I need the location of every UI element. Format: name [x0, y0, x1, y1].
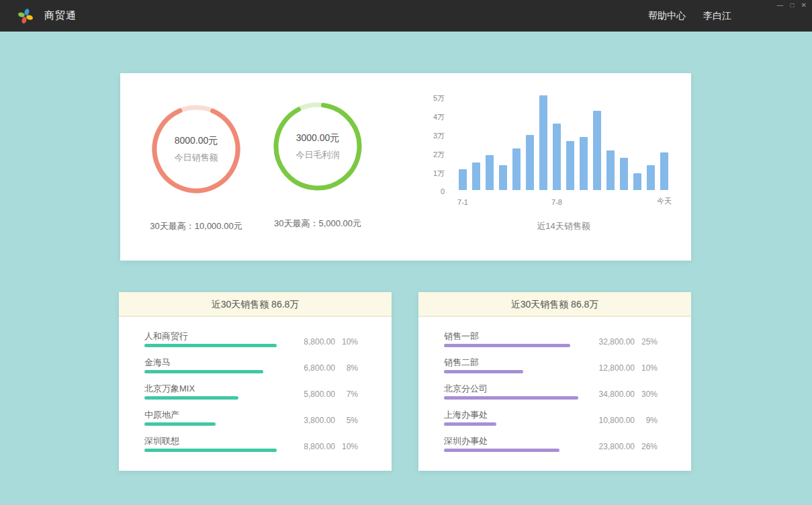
sales-bar — [512, 148, 521, 190]
row-amount: 3,800.00 — [292, 416, 335, 425]
sales-bar — [660, 152, 668, 190]
row-percent: 8% — [335, 363, 358, 373]
donut-label: 今日毛利润 — [296, 149, 340, 161]
row-name: 上海办事处 — [444, 409, 488, 421]
y-axis-tick: 1万 — [411, 169, 445, 179]
progress-bar — [444, 370, 523, 373]
row-percent: 10% — [335, 337, 358, 347]
department-row: 销售二部12,800.0010% — [444, 352, 658, 378]
bar-column — [633, 95, 641, 190]
department-sales-panel: 近30天销售额 86.8万 销售一部32,800.0025%销售二部12,800… — [418, 292, 691, 471]
sales-bar — [553, 124, 561, 190]
chart-y-axis: 5万4万3万2万1万0 — [411, 93, 445, 195]
row-percent: 5% — [335, 416, 358, 425]
row-name: 中原地产 — [144, 409, 179, 421]
bar-column — [593, 95, 601, 190]
row-value: 23,800.0026% — [592, 442, 658, 451]
department-row: 北京分公司34,800.0030% — [444, 378, 658, 404]
sales-bar — [486, 155, 494, 190]
x-axis-label: 今天 — [657, 196, 672, 206]
sales-bar — [580, 137, 588, 190]
minimize-button[interactable]: — — [777, 1, 784, 9]
row-name: 销售二部 — [444, 357, 479, 369]
row-percent: 10% — [335, 442, 358, 451]
bar-column — [539, 95, 547, 190]
maximize-button[interactable]: □ — [791, 1, 795, 9]
row-value: 8,800.0010% — [292, 442, 358, 451]
sales-bar — [499, 165, 507, 190]
donut-ring: 3000.00元今日毛利润 — [271, 99, 365, 193]
row-name: 深圳联想 — [144, 435, 179, 447]
row-percent: 10% — [635, 363, 658, 373]
row-value: 5,800.007% — [292, 389, 358, 399]
customer-row: 中原地产3,800.005% — [144, 404, 358, 430]
progress-bar — [144, 370, 263, 373]
sales-bar — [566, 141, 574, 190]
bar-column — [580, 95, 588, 190]
department-panel-title: 近30天销售额 86.8万 — [418, 292, 691, 317]
y-axis-tick: 5万 — [411, 93, 445, 103]
row-name: 金海马 — [144, 357, 171, 369]
row-percent: 25% — [635, 337, 658, 347]
today-profit-donut: 3000.00元今日毛利润30天最高：5,000.00元 — [244, 99, 392, 230]
donut-value: 3000.00元 — [296, 132, 340, 144]
customer-sales-panel: 近30天销售额 86.8万 人和商贸行8,800.0010%金海马6,800.0… — [119, 292, 392, 471]
row-percent: 26% — [635, 442, 658, 451]
row-value: 10,800.009% — [592, 416, 658, 425]
y-axis-tick: 0 — [411, 187, 445, 195]
row-amount: 12,800.00 — [592, 363, 635, 373]
sales-bar — [539, 95, 547, 190]
y-axis-tick: 4万 — [411, 112, 445, 122]
bar-column — [606, 95, 615, 190]
progress-bar — [444, 344, 570, 347]
sales-trend-chart: 7-17-8今天 — [459, 95, 668, 190]
row-value: 34,800.0030% — [592, 389, 658, 399]
row-amount: 32,800.00 — [592, 337, 635, 347]
bar-column: 7-8 — [553, 95, 561, 190]
row-amount: 34,800.00 — [592, 389, 635, 399]
chart-bars: 7-17-8今天 — [459, 95, 668, 190]
bar-column — [526, 95, 534, 190]
app-title: 商贸通 — [44, 9, 77, 22]
bar-column — [472, 95, 480, 190]
row-value: 12,800.0010% — [592, 363, 658, 373]
row-percent: 9% — [635, 416, 658, 425]
close-button[interactable]: ✕ — [801, 1, 807, 9]
donut-ring: 8000.00元今日销售额 — [149, 102, 243, 196]
row-value: 3,800.005% — [292, 416, 358, 425]
bar-column — [499, 95, 507, 190]
customer-row: 深圳联想8,800.0010% — [144, 430, 358, 457]
bar-column — [566, 95, 574, 190]
chart-title: 近14天销售额 — [459, 220, 668, 232]
bar-column: 7-1 — [459, 95, 467, 190]
row-value: 6,800.008% — [292, 363, 358, 373]
sales-bar — [606, 150, 615, 190]
row-amount: 6,800.00 — [292, 363, 335, 373]
progress-bar — [144, 422, 216, 426]
sales-bar — [593, 111, 601, 190]
donut-value: 8000.00元 — [175, 135, 218, 147]
customer-panel-title: 近30天销售额 86.8万 — [119, 292, 392, 317]
sales-bar — [647, 165, 655, 190]
help-center-link[interactable]: 帮助中心 — [648, 10, 686, 22]
customer-row: 人和商贸行8,800.0010% — [144, 326, 358, 352]
progress-bar — [444, 449, 559, 452]
customer-row: 金海马6,800.008% — [144, 352, 358, 378]
row-amount: 5,800.00 — [292, 389, 335, 399]
row-value: 8,800.0010% — [292, 337, 358, 347]
row-value: 32,800.0025% — [592, 337, 658, 347]
bar-column — [620, 95, 628, 190]
app-logo-icon — [17, 8, 34, 24]
department-row: 销售一部32,800.0025% — [444, 326, 658, 352]
row-amount: 8,800.00 — [292, 337, 335, 347]
progress-bar — [144, 396, 238, 400]
bar-column: 今天 — [660, 95, 668, 190]
sales-bar — [620, 158, 628, 190]
donut-label: 今日销售额 — [175, 152, 218, 164]
row-name: 北京分公司 — [444, 383, 488, 395]
overview-card: 8000.00元今日销售额30天最高：10,000.00元3000.00元今日毛… — [120, 73, 691, 261]
sales-bar — [633, 173, 641, 190]
sales-bar — [526, 135, 534, 190]
x-axis-label: 7-1 — [457, 198, 468, 206]
username-menu[interactable]: 李白江 — [703, 10, 731, 22]
